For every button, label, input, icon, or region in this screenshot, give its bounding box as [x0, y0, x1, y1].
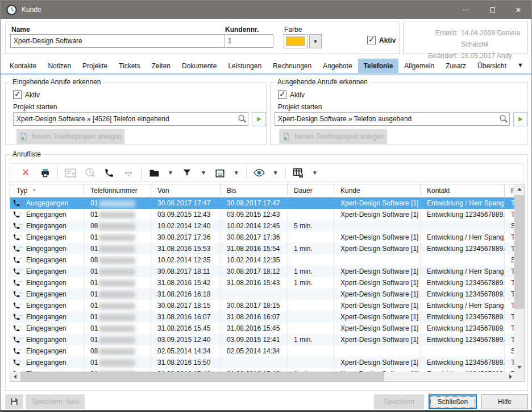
export-dropdown-chevron-icon[interactable]: ▼ [312, 170, 318, 176]
table-row[interactable]: → Ausgegangen 01 30.08.2017 17:47 30.08.… [10, 197, 514, 209]
von-cell: 31.08.2016 15:53 [151, 243, 221, 254]
table-row[interactable]: ← Eingegangen 08 02.05.2014 14:34 02.05.… [10, 345, 514, 357]
color-dropdown-button[interactable]: ▼ [309, 34, 322, 48]
date-dropdown-chevron-icon[interactable]: ▼ [234, 170, 239, 176]
folder-dropdown-chevron-icon[interactable]: ▼ [168, 170, 173, 176]
incoming-new-phone-project-button[interactable]: Neues Telefonprojekt anlegen [16, 129, 124, 144]
projekt-cell: Te [505, 311, 514, 323]
delete-button[interactable]: ✕ [19, 167, 32, 179]
name-field[interactable] [10, 34, 225, 48]
color-swatch-button[interactable] [284, 34, 307, 48]
folder-icon [149, 168, 160, 178]
bis-cell: 10.02.2014 12:35 [221, 254, 288, 266]
outgoing-aktiv-checkbox[interactable] [278, 90, 286, 99]
tab-overflow-chevron-icon[interactable]: ▼ [517, 61, 523, 68]
tab-projekte[interactable]: Projekte [77, 59, 113, 73]
table-row[interactable]: ← Eingegangen 01 30.08.2017 18:15 30.08.… [10, 300, 514, 311]
save-icon-button[interactable] [5, 394, 23, 409]
table-row[interactable]: ← Eingegangen 01 31.08.2016 15:53 31.08.… [10, 243, 514, 254]
column-header-telefonnummer[interactable]: Telefonnummer [84, 184, 151, 197]
vertical-scroll-thumb[interactable] [514, 195, 524, 309]
horizontal-scrollbar[interactable] [10, 372, 516, 381]
tab-leistungen[interactable]: Leistungen [222, 59, 267, 73]
outgoing-project-field[interactable] [275, 112, 510, 126]
horizontal-scroll-thumb[interactable] [20, 372, 384, 381]
kunde-window: Kunde ✕ Name Kundennr. Farbe ▼ Aktiv Ers… [0, 0, 532, 412]
column-header-typ[interactable]: Typ▼ [10, 184, 84, 197]
column-header-bis[interactable]: Bis [221, 184, 288, 197]
tab-tickets[interactable]: Tickets [113, 59, 146, 73]
tab-bersicht[interactable]: Übersicht [472, 59, 512, 73]
incoming-aktiv-label: Aktiv [25, 91, 40, 99]
dauer-cell [288, 209, 334, 220]
tab-allgemein[interactable]: Allgemein [398, 59, 440, 73]
incoming-start-project-button[interactable] [252, 112, 266, 126]
table-row[interactable]: ← Eingegangen 01 30.08.2017 18:11 30.08.… [10, 266, 514, 277]
contact-card-button[interactable] [64, 167, 77, 179]
phone-number-cell: 08 [84, 220, 151, 232]
export-table-button[interactable] [292, 167, 305, 179]
view-button[interactable] [253, 167, 265, 179]
call-button[interactable] [103, 167, 115, 179]
save-new-button[interactable]: Speichern Neu [26, 394, 85, 409]
filter-icon [182, 168, 192, 178]
column-header-dauer[interactable]: Dauer [288, 184, 334, 197]
view-dropdown-chevron-icon[interactable]: ▼ [273, 170, 279, 176]
phone-icon [104, 168, 114, 178]
scrollbar-corner [514, 372, 524, 381]
sort-indicator-icon: ▼ [32, 188, 36, 193]
outgoing-start-project-button[interactable] [513, 112, 527, 126]
save-button[interactable]: Speichern [374, 394, 424, 409]
tab-angebote[interactable]: Angebote [317, 59, 358, 73]
tab-notizen[interactable]: Notizen [42, 59, 77, 73]
filter-button[interactable] [181, 167, 193, 179]
tab-zeiten[interactable]: Zeiten [146, 59, 176, 73]
vertical-scrollbar[interactable] [514, 184, 524, 372]
search-icon[interactable] [498, 114, 509, 124]
incoming-project-field[interactable] [13, 112, 248, 126]
tab-dokumente[interactable]: Dokumente [176, 59, 222, 73]
tab-kontakte[interactable]: Kontakte [4, 59, 42, 73]
call-type: Eingegangen [26, 209, 66, 220]
table-row[interactable]: ← Eingegangen 01 03.09.2015 12:43 03.09.… [10, 209, 514, 220]
add-appointment-button[interactable] [84, 167, 96, 179]
scroll-up-button[interactable] [514, 184, 524, 194]
dauer-cell: 1 min. [288, 266, 334, 277]
column-header-kunde[interactable]: Kunde [334, 184, 421, 197]
kundennr-field[interactable] [225, 34, 273, 48]
scroll-down-button[interactable] [514, 362, 524, 372]
table-row[interactable]: ← Eingegangen 08 10.02.2014 12:40 10.02.… [10, 220, 514, 232]
table-row[interactable]: ← Eingegangen 01 31.08.2016 16:07 31.08.… [10, 311, 514, 323]
print-button[interactable] [39, 167, 51, 179]
table-row[interactable]: ← Eingegangen 01 30.08.2017 17:36 30.08.… [10, 232, 514, 243]
close-dialog-button[interactable]: Schließen [429, 394, 477, 409]
filter-dropdown-chevron-icon[interactable]: ▼ [201, 170, 206, 176]
scroll-left-button[interactable] [10, 372, 20, 381]
table-row[interactable]: ← Eingegangen 01 03.09.2015 12:40 03.09.… [10, 334, 514, 345]
date-range-button[interactable]: 12 [214, 167, 226, 179]
column-header-von[interactable]: Von [151, 184, 221, 197]
call-type: Eingegangen [26, 300, 66, 311]
incoming-aktiv-checkbox[interactable] [13, 90, 22, 99]
maximize-button[interactable] [479, 1, 505, 19]
column-header-kontakt[interactable]: Kontakt [421, 184, 505, 197]
table-row[interactable]: ← Eingegangen 01 31.08.2016 15:45 31.08.… [10, 323, 514, 334]
tab-telefonie[interactable]: Telefonie [358, 59, 399, 73]
dauer-cell [288, 323, 334, 334]
table-row[interactable]: ← Eingegangen 01 31.08.2016 15:50 Xpert-… [10, 357, 514, 368]
open-folder-button[interactable] [148, 167, 160, 179]
table-row[interactable]: ← Eingegangen 01 31.08.2016 15:42 31.08.… [10, 277, 514, 289]
kunde-cell: Xpert-Design Software [1] [334, 300, 421, 311]
table-row[interactable]: ← Eingegangen 08 10.02.2014 12:35 10.02.… [10, 254, 514, 266]
table-row[interactable]: ← Eingegangen 01 31.08.2016 16:18 Xpert-… [10, 289, 514, 300]
column-header-projekt[interactable]: Projekt [505, 184, 514, 197]
hang-up-button[interactable] [122, 167, 135, 179]
tab-zusatz[interactable]: Zusatz [440, 59, 472, 73]
minimize-button[interactable] [453, 1, 479, 19]
close-button[interactable]: ✕ [505, 1, 531, 19]
search-icon[interactable] [237, 114, 247, 124]
aktiv-checkbox[interactable] [367, 36, 376, 44]
outgoing-new-phone-project-button[interactable]: Neues Telefonprojekt anlegen [279, 129, 387, 144]
help-button[interactable]: Hilfe [481, 394, 528, 409]
tab-rechnungen[interactable]: Rechnungen [267, 59, 317, 73]
